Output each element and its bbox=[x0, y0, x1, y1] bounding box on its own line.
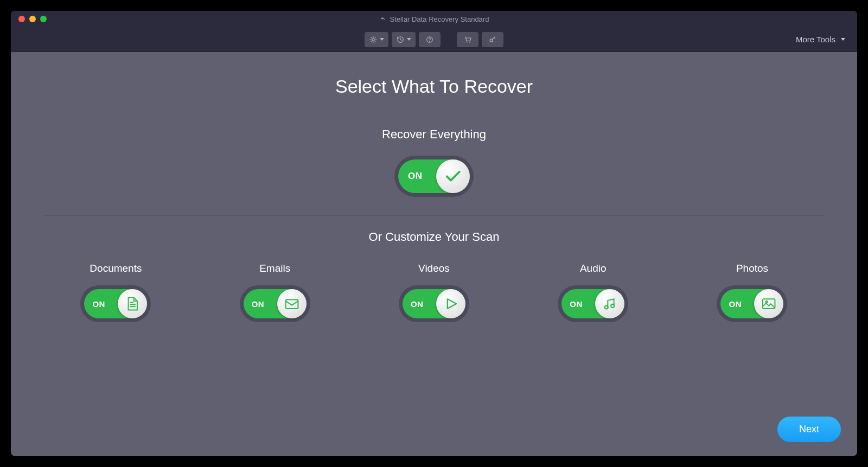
toggle-knob bbox=[118, 289, 147, 318]
category-photo: PhotosON bbox=[717, 263, 787, 322]
help-icon bbox=[425, 35, 434, 44]
toggle-video[interactable]: ON bbox=[399, 285, 469, 322]
category-label: Videos bbox=[418, 263, 450, 274]
purchase-button[interactable] bbox=[457, 32, 478, 47]
gear-icon bbox=[369, 35, 378, 44]
document-icon bbox=[124, 296, 141, 312]
toggle-knob bbox=[277, 289, 307, 318]
toggle-state-label: ON bbox=[408, 171, 423, 182]
toolbar-group bbox=[365, 32, 503, 47]
recover-everything-toggle[interactable]: ON bbox=[394, 156, 474, 197]
more-tools-label: More Tools bbox=[796, 35, 835, 44]
minimize-window-button[interactable] bbox=[29, 16, 36, 22]
history-icon bbox=[396, 35, 405, 44]
check-icon bbox=[444, 167, 463, 186]
history-button[interactable] bbox=[392, 32, 416, 47]
chevron-down-icon bbox=[841, 38, 845, 41]
window-title-text: Stellar Data Recovery Standard bbox=[390, 15, 489, 23]
toggle-state-label: ON bbox=[729, 299, 742, 309]
back-icon bbox=[379, 15, 387, 23]
toggle-state-label: ON bbox=[411, 299, 424, 309]
chevron-down-icon bbox=[407, 38, 411, 41]
category-label: Audio bbox=[580, 263, 607, 274]
settings-button[interactable] bbox=[365, 32, 388, 47]
toggle-knob bbox=[436, 159, 470, 193]
toggle-email[interactable]: ON bbox=[240, 285, 310, 322]
next-button-label: Next bbox=[799, 424, 819, 434]
fullscreen-window-button[interactable] bbox=[40, 16, 47, 22]
activate-button[interactable] bbox=[482, 32, 503, 47]
app-window: Stellar Data Recovery Standard bbox=[11, 11, 857, 456]
category-audio: AudioON bbox=[558, 263, 628, 322]
toggle-photo[interactable]: ON bbox=[717, 285, 787, 322]
toggle-knob bbox=[754, 289, 783, 318]
toggle-audio[interactable]: ON bbox=[558, 285, 628, 322]
photo-icon bbox=[761, 296, 777, 312]
category-email: EmailsON bbox=[240, 263, 310, 322]
toggle-state-label: ON bbox=[570, 299, 583, 309]
category-label: Emails bbox=[259, 263, 290, 274]
video-icon bbox=[443, 296, 459, 312]
close-window-button[interactable] bbox=[18, 16, 25, 22]
help-button[interactable] bbox=[419, 32, 441, 47]
category-label: Photos bbox=[736, 263, 768, 274]
key-icon bbox=[488, 35, 497, 44]
next-button[interactable]: Next bbox=[777, 417, 841, 442]
email-icon bbox=[284, 296, 300, 312]
recover-everything-label: Recover Everything bbox=[382, 127, 486, 142]
window-controls bbox=[11, 16, 47, 22]
cart-icon bbox=[463, 35, 473, 44]
toggle-document[interactable]: ON bbox=[80, 285, 151, 322]
chevron-down-icon bbox=[380, 38, 384, 41]
window-title: Stellar Data Recovery Standard bbox=[379, 15, 489, 23]
audio-icon bbox=[602, 296, 618, 312]
content-area: Select What To Recover Recover Everythin… bbox=[11, 52, 857, 456]
toggle-state-label: ON bbox=[252, 299, 265, 309]
toggle-knob bbox=[595, 289, 624, 318]
customize-scan-label: Or Customize Your Scan bbox=[369, 230, 500, 244]
toggle-knob bbox=[436, 289, 465, 318]
category-row: DocumentsONEmailsONVideosONAudioONPhotos… bbox=[36, 263, 832, 322]
page-title: Select What To Recover bbox=[335, 76, 533, 97]
divider bbox=[44, 215, 823, 216]
toggle-state-label: ON bbox=[92, 299, 105, 309]
more-tools-menu[interactable]: More Tools bbox=[796, 35, 845, 44]
category-video: VideosON bbox=[399, 263, 469, 322]
titlebar: Stellar Data Recovery Standard bbox=[11, 11, 857, 27]
toolbar: More Tools bbox=[11, 27, 857, 52]
category-document: DocumentsON bbox=[80, 263, 151, 322]
category-label: Documents bbox=[90, 263, 142, 274]
